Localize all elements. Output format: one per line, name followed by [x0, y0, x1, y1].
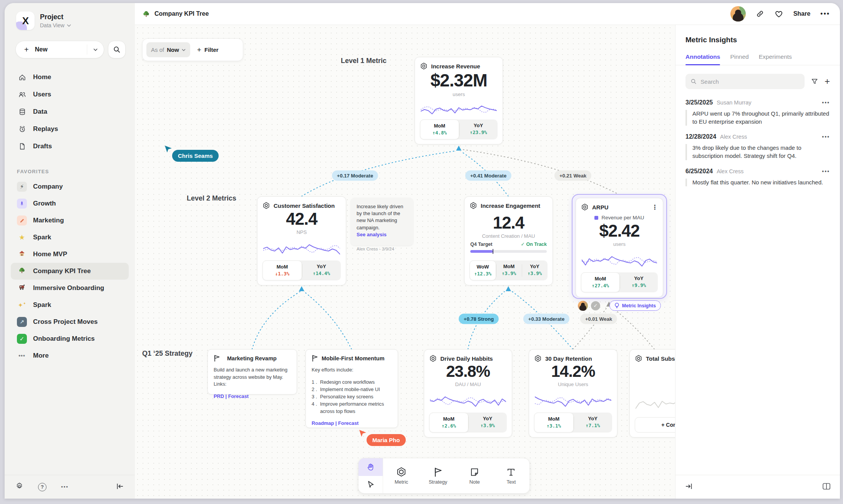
connect-data-button[interactable]: + Connec [635, 417, 675, 433]
sidebar-search-button[interactable] [108, 41, 126, 58]
metric-card-increase-revenue[interactable]: Increase Revenue $2.32M users MoM↑4.8% Y… [415, 57, 503, 144]
stat-yoy[interactable]: YoY↑14.4% [302, 260, 341, 280]
search-input[interactable] [700, 78, 800, 85]
sidebar-item-users[interactable]: Users [5, 86, 135, 103]
sidebar-item-data[interactable]: Data [5, 103, 135, 120]
stat-mom[interactable]: MoM↑4.8% [420, 119, 459, 139]
hand-tool-button[interactable] [358, 458, 383, 476]
edge-label[interactable]: +0.17 Moderate [332, 171, 378, 181]
project-header[interactable]: X Project Data View [5, 12, 135, 30]
edge-label[interactable]: +0.41 Moderate [465, 171, 511, 181]
tab-pinned[interactable]: Pinned [730, 53, 748, 65]
metric-insights-button[interactable]: Metric Insights [609, 300, 661, 311]
metric-card-30-day-retention[interactable]: 30 Day Retention 14.2% Unique Users MoM↑… [529, 349, 617, 438]
favorite-onboarding-metrics[interactable]: ✓ Onboarding Metrics [11, 330, 129, 347]
stat-mom[interactable]: MoM↓1.3% [262, 260, 302, 280]
tool-metric[interactable]: Metric [383, 458, 420, 493]
stat-yoy[interactable]: YoY↑3.9% [468, 413, 507, 433]
strategy-card-mobile-first-momentum[interactable]: Mobile-First Momentum Key efforts includ… [305, 349, 398, 428]
more-options-icon[interactable]: ••• [61, 484, 69, 490]
metric-card-total-subscriptions[interactable]: Total Subscript + Connec [629, 349, 675, 438]
edge-label[interactable]: +0.21 Weak [554, 171, 591, 181]
stat-mom[interactable]: MoM↑3.9% [496, 260, 522, 280]
collaborator-avatar [578, 301, 588, 311]
favorite-company[interactable]: ⚡ Company [11, 178, 129, 195]
favorite-immersive-onboarding[interactable]: Immersive Onboarding [11, 280, 129, 297]
metric-hexagon-icon [420, 62, 428, 70]
project-view-switcher[interactable]: Data View [40, 22, 71, 28]
as-of-selector[interactable]: As of Now [146, 42, 190, 57]
annotation-menu-icon[interactable]: ••• [822, 134, 830, 140]
favorite-company-kpi-tree[interactable]: Company KPI Tree [11, 263, 129, 280]
stat-yoy[interactable]: YoY↑7.1% [574, 413, 612, 433]
stat-yoy[interactable]: YoY↑3.9% [522, 260, 548, 280]
edge-label[interactable]: +0.33 Moderate [523, 314, 569, 324]
filter-button[interactable]: + Filter [194, 46, 222, 54]
add-annotation-icon[interactable]: + [825, 77, 830, 86]
metric-title: ARPU [592, 204, 609, 211]
favorite-growth[interactable]: Growth [11, 195, 129, 212]
tool-text[interactable]: Text [493, 458, 529, 493]
tab-experiments[interactable]: Experiments [759, 53, 792, 65]
sidebar-item-replays[interactable]: Replays [5, 120, 135, 138]
metric-card-customer-satisfaction[interactable]: Customer Satisfaction 42.4 NPS MoM↓1.3% … [257, 196, 346, 285]
sidebar-item-drafts[interactable]: Drafts [5, 138, 135, 155]
strategy-card-marketing-revamp[interactable]: Marketing Revamp Build and launch a new … [207, 349, 297, 395]
collapse-sidebar-icon[interactable] [116, 483, 124, 491]
split-view-icon[interactable] [822, 482, 831, 492]
more-menu-icon[interactable]: ••• [820, 10, 830, 18]
favorite-spark-2[interactable]: ✦✦ Spark [11, 297, 129, 313]
copy-link-icon[interactable] [756, 10, 764, 18]
select-tool-button[interactable] [358, 476, 383, 494]
edge-label[interactable]: +0.78 Strong [459, 314, 499, 324]
annotation-item[interactable]: 3/25/2025 Susan Murray ••• ARPU went up … [675, 91, 840, 126]
favorite-spark[interactable]: ★ Spark [11, 229, 129, 246]
metric-unit: users [581, 241, 658, 247]
metric-card-drive-daily-habbits[interactable]: Drive Daily Habbits 23.8% DAU / MAU MoM↑… [424, 349, 512, 438]
favorites-more[interactable]: ••• More [11, 347, 129, 364]
stat-mom[interactable]: MoM↑27.4% [581, 272, 620, 292]
stat-mom[interactable]: MoM↑2.6% [429, 413, 468, 433]
annotation-search-field[interactable] [685, 74, 805, 89]
tool-strategy[interactable]: Strategy [420, 458, 456, 493]
stat-yoy[interactable]: YoY↑23.9% [459, 119, 498, 139]
annotation-item[interactable]: 6/25/2024 Alex Cress ••• Mostly flat thi… [675, 160, 840, 187]
edge-label[interactable]: +0.01 Weak [580, 314, 617, 324]
new-dropdown-chevron[interactable] [87, 45, 104, 55]
sparkline-chart [582, 251, 657, 271]
favorite-marketing[interactable]: Marketing [11, 212, 129, 229]
user-avatar[interactable] [730, 6, 746, 22]
stat-wow[interactable]: WoW↑12.3% [470, 260, 496, 280]
annotation-text: Mostly flat this quarter. No new initiat… [685, 179, 830, 187]
favorite-home-mvp[interactable]: Home MVP [11, 246, 129, 263]
sidebar-item-home[interactable]: Home [5, 68, 135, 86]
kpi-tree-canvas[interactable]: As of Now + Filter Level 1 Metric Level … [135, 25, 675, 499]
metric-card-increase-engagement[interactable]: Increase Engagement 12.4 Content Creatio… [464, 196, 553, 285]
see-analysis-link[interactable]: See analysis [357, 231, 407, 238]
help-icon[interactable]: ? [38, 483, 46, 491]
stat-mom[interactable]: MoM↑3.1% [534, 413, 574, 433]
share-button[interactable]: Share [793, 10, 810, 17]
strategy-links[interactable]: PRD | Forecast [214, 393, 291, 399]
favorite-heart-icon[interactable] [774, 10, 783, 18]
metric-hexagon-icon [262, 202, 270, 209]
arrow-up-right-icon: ↗ [17, 317, 27, 327]
annotation-menu-icon[interactable]: ••• [822, 168, 830, 174]
card-menu-icon[interactable]: ⋮ [652, 204, 658, 211]
strategy-links[interactable]: Roadmap | Forecast [312, 420, 392, 426]
stat-yoy[interactable]: YoY↑9.9% [620, 272, 658, 292]
collapse-panel-icon[interactable] [685, 483, 692, 491]
metric-unit: Content Creation / MAU [470, 233, 548, 239]
annotation-menu-icon[interactable]: ••• [822, 99, 830, 106]
tab-annotations[interactable]: Annotations [685, 53, 720, 65]
tree-icon [17, 267, 27, 276]
metric-card-arpu-selected[interactable]: ARPU ⋮ Revenue per MAU $2.42 users MoM↑2… [572, 194, 667, 299]
annotation-item[interactable]: 12/28/2024 Alex Cress ••• 3% drop likely… [675, 126, 840, 160]
favorite-cross-project-moves[interactable]: ↗ Cross Project Moves [11, 313, 129, 330]
tool-note[interactable]: Note [456, 458, 493, 493]
filter-funnel-icon[interactable] [811, 78, 818, 85]
annotation-note-card[interactable]: Increase likely driven by the launch of … [351, 198, 413, 245]
new-button[interactable]: + New [15, 41, 104, 58]
target-label: Q4 Target [470, 242, 492, 247]
settings-gear-icon[interactable] [15, 482, 23, 492]
